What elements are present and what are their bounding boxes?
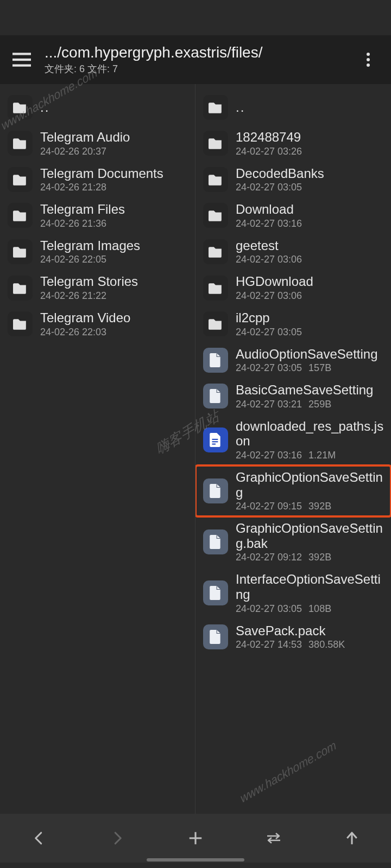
list-item[interactable]: SavePack.pack24-02-27 14:53380.58K [195,619,391,655]
path-text: .../com.hypergryph.exastris/files/ [45,44,355,61]
list-item[interactable]: DecodedBanks24-02-27 03:05 [195,162,391,198]
up-button[interactable] [319,822,384,854]
swap-horizontal-icon [266,830,282,846]
file-icon [203,580,228,605]
item-name: Telegram Stories [40,274,190,289]
item-name: Telegram Files [40,202,190,217]
item-name: HGDownload [236,274,386,289]
item-meta: 24-02-27 03:21259B [236,399,386,410]
list-item[interactable]: Telegram Audio24-02-26 20:37 [0,125,195,162]
item-meta: 24-02-27 03:05 [236,182,386,193]
item-name: downloaded_res_paths.json [236,419,386,449]
item-name: il2cpp [236,310,386,326]
item-name: Telegram Documents [40,166,190,181]
item-name: 182488749 [236,130,386,145]
plus-icon [187,830,204,846]
list-item[interactable]: Telegram Images24-02-26 22:05 [0,234,195,270]
item-meta: 24-02-27 03:16 [236,218,386,229]
folder-icon [203,203,228,228]
add-button[interactable] [163,822,228,854]
item-name: Telegram Audio [40,130,190,145]
item-name: .. [40,100,190,115]
menu-button[interactable] [5,43,38,76]
folder-icon [203,311,228,336]
list-item[interactable]: AudioOptionSaveSetting24-02-27 03:05157B [195,342,391,379]
item-name: BasicGameSaveSetting [236,382,386,398]
list-item[interactable]: BasicGameSaveSetting24-02-27 03:21259B [195,378,391,414]
overflow-menu[interactable] [355,47,381,73]
item-meta: 24-02-27 03:06 [236,290,386,302]
item-meta: 24-02-26 21:22 [40,290,190,302]
nav-back-button[interactable] [7,822,72,854]
folder-icon [8,311,33,336]
list-item[interactable]: Telegram Stories24-02-26 21:22 [0,270,195,306]
home-indicator [147,858,244,861]
item-meta: 24-02-26 22:03 [40,327,190,338]
list-item[interactable]: Download24-02-27 03:16 [195,197,391,234]
parent-dir-row[interactable]: .. [195,90,391,125]
folder-icon [203,276,228,301]
item-name: InterfaceOptionSaveSetting [236,572,386,602]
list-item[interactable]: InterfaceOptionSaveSetting24-02-27 03:05… [195,567,391,618]
chevron-right-icon [109,830,125,846]
left-pane[interactable]: ..Telegram Audio24-02-26 20:37Telegram D… [0,84,195,814]
item-meta: 24-02-26 20:37 [40,146,190,157]
item-meta: 24-02-27 03:05 [236,327,386,338]
file-panes: ..Telegram Audio24-02-26 20:37Telegram D… [0,84,391,814]
item-name: GraphicOptionSaveSetting [236,470,386,500]
list-item[interactable]: GraphicOptionSaveSetting24-02-27 09:1539… [195,465,391,516]
folder-icon [203,95,228,120]
svg-point-5 [367,63,370,67]
status-bar [0,0,391,35]
list-item[interactable]: downloaded_res_paths.json24-02-27 03:161… [195,414,391,465]
file-icon [203,478,228,503]
item-meta: 24-02-27 03:161.21M [236,450,386,461]
item-meta: 24-02-27 09:12392B [236,552,386,563]
item-name: Telegram Video [40,310,190,326]
folder-icon [8,167,33,192]
list-item[interactable]: 18248874924-02-27 03:26 [195,125,391,162]
list-item[interactable]: Telegram Files24-02-26 21:36 [0,197,195,234]
hamburger-icon [12,52,31,67]
list-item[interactable]: GraphicOptionSaveSetting.bak24-02-27 09:… [195,516,391,567]
parent-dir-row[interactable]: .. [0,90,195,125]
item-name: GraphicOptionSaveSetting.bak [236,521,386,551]
svg-point-3 [367,53,370,56]
json-icon [203,427,228,452]
list-item[interactable]: il2cpp24-02-27 03:05 [195,306,391,342]
file-icon [203,384,228,409]
item-name: AudioOptionSaveSetting [236,347,386,362]
item-meta: 24-02-27 03:26 [236,146,386,157]
list-item[interactable]: Telegram Documents24-02-26 21:28 [0,162,195,198]
chevron-left-icon [31,830,47,846]
folder-icon [203,167,228,192]
svg-rect-2 [12,65,31,67]
file-icon [203,624,228,649]
folder-icon [203,239,228,264]
bottom-toolbar [0,814,391,863]
svg-rect-1 [12,59,31,61]
list-item[interactable]: HGDownload24-02-27 03:06 [195,270,391,306]
item-meta: 24-02-26 21:36 [40,218,190,229]
item-meta: 24-02-27 14:53380.58K [236,639,386,650]
svg-rect-0 [12,53,31,55]
list-item[interactable]: Telegram Video24-02-26 22:03 [0,306,195,342]
item-name: SavePack.pack [236,623,386,639]
folder-icon [8,239,33,264]
title-block: .../com.hypergryph.exastris/files/ 文件夹: … [45,44,355,75]
file-icon [203,348,228,373]
item-meta: 24-02-27 09:15392B [236,501,386,512]
folder-icon [8,276,33,301]
right-pane[interactable]: ..18248874924-02-27 03:26DecodedBanks24-… [195,84,391,814]
list-item[interactable]: geetest24-02-27 03:06 [195,234,391,270]
nav-forward-button[interactable] [85,822,150,854]
file-icon [203,529,228,554]
item-name: Download [236,202,386,217]
item-meta: 24-02-27 03:05108B [236,603,386,615]
transfer-button[interactable] [241,822,306,854]
item-name: geetest [236,238,386,253]
item-meta: 24-02-27 03:05157B [236,362,386,374]
folder-icon [8,95,33,120]
app-bar: .../com.hypergryph.exastris/files/ 文件夹: … [0,35,391,84]
item-meta: 24-02-27 03:06 [236,254,386,265]
